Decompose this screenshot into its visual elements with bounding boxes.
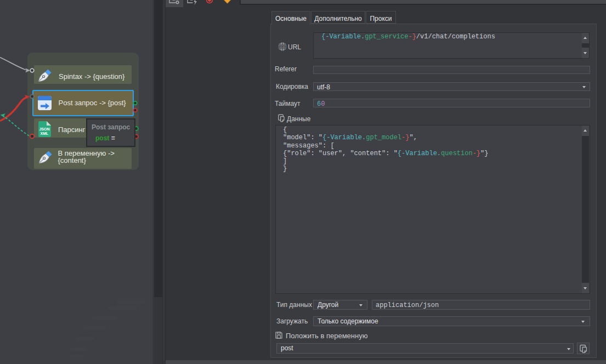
svg-text:WWW: WWW (278, 45, 287, 48)
